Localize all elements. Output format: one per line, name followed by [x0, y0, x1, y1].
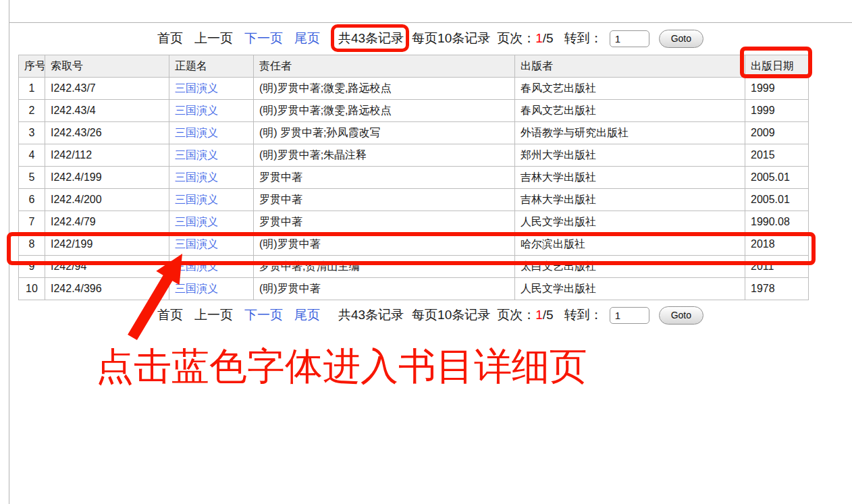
pub-date-cell: 2005.01	[745, 189, 809, 211]
author-cell: (明) 罗贯中著;孙凤霞改写	[254, 122, 515, 144]
publisher-cell: 春风文艺出版社	[515, 100, 745, 122]
pagination-top: 首页 上一页 下一页 尾页 共43条记录 每页10条记录 页次： 1 /5 转到…	[9, 26, 852, 51]
total-records-text: 共43条记录	[338, 308, 404, 322]
total-records-count: 共43条记录	[338, 30, 404, 47]
call-number-cell: I242/94	[45, 256, 169, 278]
current-page-number: 1	[535, 308, 543, 323]
book-title-link[interactable]: 三国演义	[175, 238, 218, 250]
left-frame-divider	[9, 0, 9, 504]
search-results-table: 序号 索取号 正题名 责任者 出版者 出版日期 1I242.43/7三国演义(明…	[18, 55, 809, 300]
table-row: 10I242.4/396三国演义(明)罗贯中著人民文学出版社1978	[19, 278, 809, 300]
first-page-link[interactable]: 首页	[157, 306, 183, 324]
pub-date-cell: 1999	[745, 100, 809, 122]
prev-page-link[interactable]: 上一页	[194, 30, 233, 47]
call-number-cell: I242.4/79	[45, 211, 169, 233]
publisher-cell: 人民文学出版社	[515, 278, 745, 300]
next-page-link[interactable]: 下一页	[244, 306, 283, 324]
goto-page-label: 转到：	[564, 306, 603, 324]
row-number-cell: 5	[19, 167, 45, 189]
book-title-link[interactable]: 三国演义	[175, 283, 218, 294]
title-cell: 三国演义	[169, 256, 254, 278]
title-cell: 三国演义	[169, 278, 254, 300]
table-row: 6I242.4/200三国演义罗贯中著吉林大学出版社2005.01	[19, 189, 809, 211]
table-row: 9I242/94三国演义罗贯中著;贺清山主编太白文艺出版社2011	[19, 256, 809, 278]
author-cell: (明)罗贯中著;微雯,路远校点	[254, 100, 515, 122]
table-row: 5I242.4/199三国演义罗贯中著吉林大学出版社2005.01	[19, 167, 809, 189]
call-number-cell: I242.4/199	[45, 167, 169, 189]
goto-page-label: 转到：	[564, 30, 603, 47]
book-title-link[interactable]: 三国演义	[175, 105, 218, 116]
title-cell: 三国演义	[169, 167, 254, 189]
row-number-cell: 4	[19, 144, 45, 167]
call-number-cell: I242/199	[45, 233, 169, 256]
book-title-link[interactable]: 三国演义	[175, 260, 218, 272]
pub-date-cell: 1999	[745, 78, 809, 100]
total-pages-suffix: /5	[543, 31, 554, 46]
publisher-cell: 春风文艺出版社	[515, 78, 745, 100]
call-number-cell: I242.43/26	[45, 122, 169, 144]
pub-date-cell: 1990.08	[745, 211, 809, 233]
book-title-link[interactable]: 三国演义	[175, 127, 218, 138]
row-number-cell: 9	[19, 256, 45, 278]
call-number-cell: I242.43/4	[45, 100, 169, 122]
library-catalog-results-page: 首页 上一页 下一页 尾页 共43条记录 每页10条记录 页次： 1 /5 转到…	[0, 0, 852, 504]
pub-date-cell: 2015	[745, 144, 809, 167]
author-cell: 罗贯中著	[254, 189, 515, 211]
table-row: 7I242.4/79三国演义罗贯中著人民文学出版社1990.08	[19, 211, 809, 233]
author-cell: (明)罗贯中著;微雯,路远校点	[254, 78, 515, 100]
book-title-link[interactable]: 三国演义	[175, 149, 218, 161]
book-title-link[interactable]: 三国演义	[175, 171, 218, 183]
pub-date-cell: 2011	[745, 256, 809, 278]
title-cell: 三国演义	[169, 189, 254, 211]
total-pages-suffix: /5	[543, 308, 554, 323]
top-frame-divider	[9, 22, 852, 23]
goto-button[interactable]: Goto	[659, 306, 703, 325]
records-per-page-text: 每页10条记录	[412, 30, 490, 47]
goto-page-input[interactable]	[610, 307, 649, 324]
book-title-link[interactable]: 三国演义	[175, 194, 218, 205]
last-page-link[interactable]: 尾页	[294, 30, 320, 47]
publisher-cell: 哈尔滨出版社	[515, 233, 745, 256]
total-records-count: 共43条记录	[338, 306, 404, 324]
page-index-label: 页次：	[497, 30, 535, 47]
title-cell: 三国演义	[169, 144, 254, 167]
total-records-text: 共43条记录	[338, 31, 404, 45]
pub-date-cell: 2018	[745, 233, 809, 256]
page-index-label: 页次：	[497, 306, 535, 324]
pub-date-cell: 2009	[745, 122, 809, 144]
title-cell: 三国演义	[169, 100, 254, 122]
call-number-cell: I242.43/7	[45, 78, 169, 100]
goto-page-input[interactable]	[610, 30, 649, 47]
row-number-cell: 6	[19, 189, 45, 211]
goto-button[interactable]: Goto	[659, 30, 703, 48]
author-cell: 罗贯中著	[254, 167, 515, 189]
table-header-row: 序号 索取号 正题名 责任者 出版者 出版日期	[19, 55, 809, 78]
publisher-cell: 人民文学出版社	[515, 211, 745, 233]
col-header-pub-date: 出版日期	[745, 55, 809, 78]
table-row: 4I242/112三国演义(明)罗贯中著;朱晶注释郑州大学出版社2015	[19, 144, 809, 167]
author-cell: 罗贯中著	[254, 211, 515, 233]
last-page-link[interactable]: 尾页	[294, 306, 320, 324]
table-row: 3I242.43/26三国演义(明) 罗贯中著;孙凤霞改写外语教学与研究出版社2…	[19, 122, 809, 144]
first-page-link[interactable]: 首页	[157, 30, 183, 47]
call-number-cell: I242/112	[45, 144, 169, 167]
publisher-cell: 太白文艺出版社	[515, 256, 745, 278]
publisher-cell: 吉林大学出版社	[515, 167, 745, 189]
call-number-cell: I242.4/200	[45, 189, 169, 211]
prev-page-link[interactable]: 上一页	[194, 306, 233, 324]
author-cell: 罗贯中著;贺清山主编	[254, 256, 515, 278]
book-title-link[interactable]: 三国演义	[175, 82, 218, 94]
row-number-cell: 3	[19, 122, 45, 144]
records-per-page-text: 每页10条记录	[412, 306, 490, 324]
title-cell: 三国演义	[169, 233, 254, 256]
row-number-cell: 8	[19, 233, 45, 256]
book-title-link[interactable]: 三国演义	[175, 216, 218, 227]
author-cell: (明)罗贯中著;朱晶注释	[254, 144, 515, 167]
row-number-cell: 10	[19, 278, 45, 300]
col-header-seq: 序号	[19, 55, 45, 78]
title-cell: 三国演义	[169, 78, 254, 100]
col-header-author: 责任者	[254, 55, 515, 78]
table-row: 8I242/199三国演义(明)罗贯中著哈尔滨出版社2018	[19, 233, 809, 256]
next-page-link[interactable]: 下一页	[244, 30, 283, 47]
col-header-call-number: 索取号	[45, 55, 169, 78]
